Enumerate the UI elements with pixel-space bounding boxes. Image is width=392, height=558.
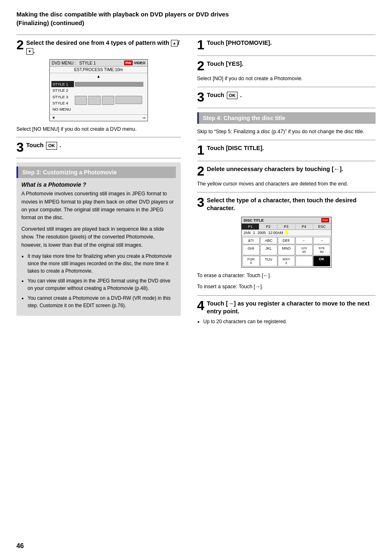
left-step2-desc: Select [NO MENU] if you do not create a … [16,125,181,133]
left-step2-title: Select the desired one from 4 types of p… [26,39,181,55]
dvd-screen-thumbnails [74,81,144,112]
dvd-menu-list: STYLE 1 STYLE 2 STYLE 3 STYLE 4 NO MENU [51,81,74,112]
right-step3: 3 Touch OK . [197,91,376,104]
page-header: Making the disc compatible with playback… [16,10,376,27]
left-step3-ok: OK [46,142,57,150]
key-def[interactable]: DEF [278,237,295,244]
right-step3-ok: OK [227,92,238,100]
disc-title-screen-header: DISC TITLE RW [242,217,331,224]
disc-date-day: 1 [253,231,255,235]
dvd-screen-header: DVD MENU : STYLE 1 RW VIDEO [50,60,148,67]
key-forward[interactable]: → [313,237,330,244]
key-mno[interactable]: MNO [278,245,295,255]
right-step2-header: 2 Touch [YES]. [197,60,376,72]
page-number: 46 [16,542,24,550]
right-step3-title: Touch OK . [207,91,242,100]
left-column: 2 Select the desired one from 4 types of… [16,39,189,328]
bullet-3: You cannot create a Photomovie on a DVD-… [28,294,176,309]
divider-after-step2 [16,137,181,137]
left-step3-number: 3 [16,141,24,154]
right-divider4 [197,140,376,140]
up-arrow-btn: ▲ [171,40,178,46]
menu-item-style4: STYLE 4 [51,100,74,106]
dvd-nav-right: ⇒ [142,116,145,120]
left-step2-header: 2 Select the desired one from 4 types of… [16,39,181,55]
menu-item-style1: STYLE 1 [51,81,74,87]
dvd-thumb-wide [115,96,142,104]
disc-tab-p1[interactable]: P1 [242,224,260,229]
key-ok[interactable]: OK [313,256,330,266]
right-step2-number: 2 [197,59,205,72]
step3-heading: Step 3: Customizing a Photomovie [16,167,176,178]
step4-step3-note2: To insert a space: Touch [→]. [197,283,376,291]
key-abc[interactable]: ABC [260,237,277,244]
right-divider1 [197,56,376,56]
disc-date-year: 2005 [258,231,266,235]
key-67890[interactable]: 67890 [313,245,330,255]
disc-tab-p3[interactable]: P3 [277,224,295,229]
key-wxyz[interactable]: WXYZ [278,256,295,266]
step3-box: Step 3: Customizing a Photomovie What is… [16,162,181,316]
dvd-thumb-3 [102,96,114,105]
right-step1: 1 Touch [PHOTOMOVIE]. [197,39,376,51]
step4-step3-title: Select the type of a character, then tou… [207,197,376,213]
disc-date-month: JAN [244,231,251,235]
step4-step1-title: Touch [DISC TITLE]. [207,144,264,153]
step4-step2-number: 2 [197,164,205,178]
step4-step4-bullet: Up to 20 characters can be registered. [203,318,376,325]
left-step2-number: 2 [16,38,24,51]
disc-tab-esc[interactable]: ESC [313,224,331,229]
key-backspace[interactable]: ← [295,237,313,244]
photomovie-body2: Converted still images are played back i… [21,225,176,249]
step4-step4-title: Touch [→] as you register a character to… [207,300,376,316]
dvd-thumb-2 [88,96,101,105]
key-space[interactable] [295,256,313,266]
right-step1-header: 1 Touch [PHOTOMOVIE]. [197,39,376,51]
right-step3-header: 3 Touch OK . [197,91,376,104]
dvd-nav-left: ▼ [52,116,56,120]
step4-step1-header: 1 Touch [DISC TITLE]. [197,144,376,157]
step4-step4: 4 Touch [→] as you register a character … [197,300,376,325]
step4-step2-title: Delete unnecessary characters by touchin… [207,165,343,174]
disc-tab-p4[interactable]: P4 [295,224,314,229]
step4-step1: 1 Touch [DISC TITLE]. [197,144,376,157]
disc-cursor [286,231,288,235]
right-divider6 [197,192,376,192]
key-jkl[interactable]: JKL [260,245,277,255]
disc-date-time: 12:00AM [268,231,283,235]
key-ghi[interactable]: GHI [242,245,260,255]
disc-tab-p2[interactable]: P2 [259,224,277,229]
dvd-menu-screen: DVD MENU : STYLE 1 RW VIDEO EST.PROCESS … [49,59,148,121]
step4-step2-header: 2 Delete unnecessary characters by touch… [197,165,376,178]
disc-keypad: &?! ABC DEF ← → GHI JKL MNO 12345 67890 … [242,236,331,267]
right-divider7 [197,295,376,296]
right-step1-title: Touch [PHOTOMOVIE]. [207,39,272,47]
step4-step3-header: 3 Select the type of a character, then t… [197,197,376,213]
step4-step2: 2 Delete unnecessary characters by touch… [197,165,376,188]
top-divider [16,35,376,35]
dvd-process-time: EST.PROCESS TIME:10m [50,67,148,73]
dvd-up-arrow: ▲ [50,73,148,79]
dvd-screen-nav: ▼ ⇒ [50,114,148,121]
down-arrow-btn: ▼ [26,48,33,55]
disc-title-date: JAN 1 2005 12:00AM [242,230,331,236]
two-column-layout: 2 Select the desired one from 4 types of… [16,39,376,328]
right-column: 1 Touch [PHOTOMOVIE]. 2 Touch [YES]. Sel… [189,39,376,328]
key-pqrs[interactable]: PQRS [242,256,260,266]
right-step1-number: 1 [197,38,205,51]
what-is-heading: What is a Photomovie ? [21,181,176,188]
left-step3: 3 Touch OK . [16,141,181,154]
header-line1: Making the disc compatible with playback… [16,11,229,18]
disc-title-screen: DISC TITLE RW P1 P2 P3 P4 ESC JAN 1 2005 [241,217,332,268]
rw-badge: RW [124,60,133,65]
dvd-thumb-bar [75,82,143,87]
bullet-1: It may take more time for finalizing whe… [28,252,176,275]
key-12345[interactable]: 12345 [295,245,313,255]
key-special[interactable]: &?! [242,237,260,244]
left-step3-header: 3 Touch OK . [16,141,181,154]
key-tuv[interactable]: TUV [260,256,277,266]
right-divider5 [197,161,376,161]
menu-item-nomenu: NO MENU [51,106,74,112]
step4-step4-bullets: Up to 20 characters can be registered. [203,318,376,325]
dvd-thumb-1 [75,96,87,105]
